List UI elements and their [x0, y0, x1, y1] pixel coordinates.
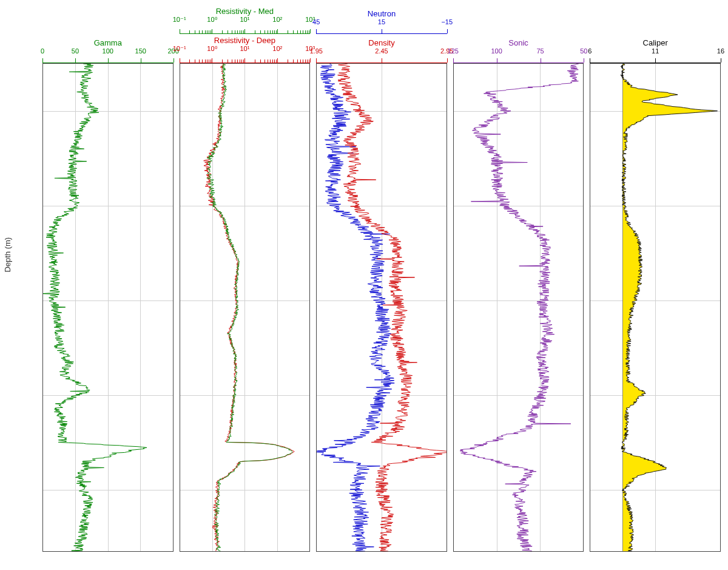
well-log-figure: Depth (m) Gamma0501001502003600380040004… — [0, 0, 728, 570]
curve-caliper — [621, 64, 718, 551]
y-axis-label: Depth (m) — [3, 237, 12, 272]
axis-header: Gamma050100150200 — [42, 39, 174, 63]
axis-scale — [180, 54, 311, 63]
axis-title: Resistivity - Med — [180, 7, 311, 16]
axis-scale — [590, 56, 721, 63]
axis-scale — [316, 27, 447, 34]
axis-header: Density1.952.452.95 — [316, 39, 447, 63]
axis-ticklabels: 10⁻¹10⁰10¹10²10³ — [180, 45, 311, 53]
axis-scale — [316, 56, 447, 63]
track-sonic: Sonic1251007550 — [453, 5, 584, 552]
axis-title: Density — [316, 39, 447, 47]
track-density-neutron: Neutron4515−15Density1.952.452.95 — [316, 5, 447, 552]
axis-title: Sonic — [453, 39, 584, 47]
curve-res-med — [206, 64, 292, 551]
curve-gamma — [42, 64, 147, 551]
track-headers: Resistivity - Med10⁻¹10⁰10¹10²10³Resisti… — [180, 5, 311, 63]
axis-title: Resistivity - Deep — [180, 36, 311, 45]
axis-header: Caliper61116 — [590, 39, 721, 63]
axis-ticklabels: 1.952.452.95 — [316, 47, 447, 56]
curves-svg — [43, 64, 173, 551]
caliper-washout-fill — [623, 64, 718, 551]
track-resistivity: Resistivity - Med10⁻¹10⁰10¹10²10³Resisti… — [180, 5, 311, 552]
axis-title: Gamma — [42, 39, 174, 47]
axis-title: Caliper — [590, 39, 721, 47]
axis-header: Sonic1251007550 — [453, 39, 584, 63]
caliper-undergauge-fill — [621, 64, 623, 551]
axis-scale — [180, 25, 311, 34]
track-headers: Caliper61116 — [590, 5, 721, 63]
plot-area — [180, 63, 311, 552]
curves-svg — [180, 64, 310, 551]
curves-svg — [317, 64, 447, 551]
tracks-container: Gamma05010015020036003800400042004400Res… — [42, 5, 721, 552]
axis-ticklabels: 4515−15 — [316, 18, 447, 27]
axis-ticklabels: 10⁻¹10⁰10¹10²10³ — [180, 16, 311, 24]
curves-svg — [590, 64, 720, 551]
curves-svg — [454, 64, 584, 551]
track-caliper: Caliper61116 — [590, 5, 721, 552]
track-headers: Sonic1251007550 — [453, 5, 584, 63]
track-gamma: Gamma05010015020036003800400042004400 — [42, 5, 174, 552]
axis-header: Resistivity - Deep10⁻¹10⁰10¹10²10³ — [180, 36, 311, 63]
curve-neutron — [316, 64, 394, 551]
axis-scale — [42, 56, 174, 63]
axis-title: Neutron — [316, 10, 447, 18]
axis-ticklabels: 050100150200 — [42, 47, 174, 56]
axis-header: Neutron4515−15 — [316, 10, 447, 34]
curve-sonic — [460, 64, 579, 551]
plot-area — [316, 63, 447, 552]
plot-area: 36003800400042004400 — [42, 63, 174, 552]
curve-res-deep — [203, 64, 294, 551]
track-headers: Neutron4515−15Density1.952.452.95 — [316, 5, 447, 63]
axis-scale — [453, 56, 584, 63]
axis-header: Resistivity - Med10⁻¹10⁰10¹10²10³ — [180, 7, 311, 34]
track-headers: Gamma050100150200 — [42, 5, 174, 63]
plot-area — [590, 63, 721, 552]
axis-ticklabels: 61116 — [590, 47, 721, 56]
axis-ticklabels: 1251007550 — [453, 47, 584, 56]
plot-area — [453, 63, 584, 552]
